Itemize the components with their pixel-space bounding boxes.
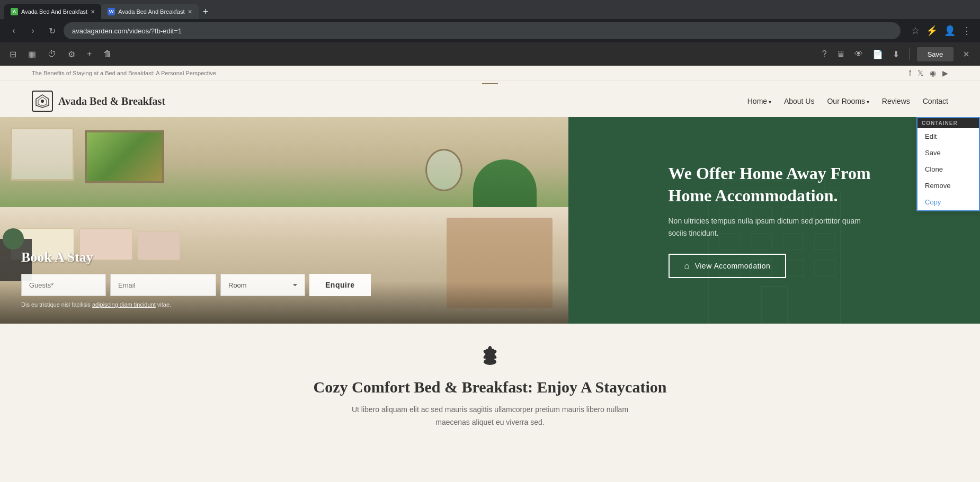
hero-left: Book A Stay Room Enquire Dis eu tristiqu… [0,117,568,324]
logo[interactable]: Avada Bed & Breakfast [32,91,165,112]
youtube-icon[interactable]: ▶ [942,69,948,77]
forward-button[interactable]: › [25,23,40,38]
facebook-icon[interactable]: f [909,69,911,77]
new-tab-button[interactable]: + [199,4,213,20]
bottom-desc-line1: Ut libero aliquam elit ac sed mauris sag… [331,404,649,429]
svg-point-2 [41,100,44,103]
view-accommodation-button[interactable]: ⌂ View Accommodation [669,254,787,278]
nav-rooms[interactable]: Our Rooms [827,97,869,105]
container-popup: CONTAINER Edit Save Clone Remove Copy [916,117,980,211]
form-note-link[interactable]: adipiscing diam tincidunt [92,301,156,308]
form-row: Room Enquire [21,274,371,296]
view-btn-icon: ⌂ [684,261,690,271]
hero-title: We Offer Home Away From Home Accommodati… [669,163,880,207]
website-content: The Benefits of Staying at a Bed and Bre… [0,66,980,482]
bottom-desc-text2: maecenas aliquet eu viverra sed. [435,418,544,426]
bottom-section: Cozy Comfort Bed & Breakfast: Enjoy A St… [0,324,980,440]
toolbar-row: ⊟ ▦ ⏱ ⚙ + 🗑 ? 🖥 👁 📄 ⬇ Save × [0,42,980,66]
tab-favicon-1: A [11,8,18,15]
tab-title-1: Avada Bed And Breakfast [21,8,87,15]
banner-text: The Benefits of Staying at a Bed and Bre… [32,70,216,76]
trash-icon[interactable]: 🗑 [100,47,115,61]
nav-reviews[interactable]: Reviews [882,97,910,105]
back-button[interactable]: ‹ [6,23,21,38]
popup-save[interactable]: Save [917,145,979,161]
tab-bar: A Avada Bed And Breakfast × W Avada Bed … [0,0,980,19]
eye-icon[interactable]: 👁 [852,47,865,61]
site-header: Avada Bed & Breakfast Home About Us Our … [0,85,980,117]
instagram-icon[interactable]: ◉ [930,69,936,77]
nav-contact[interactable]: Contact [923,97,948,105]
timer-icon[interactable]: ⏱ [44,47,59,61]
menu-icon[interactable]: ⋮ [960,23,974,39]
save-button[interactable]: Save [917,47,954,61]
view-btn-label: View Accommodation [695,262,771,270]
popup-header: CONTAINER [917,118,979,128]
form-note-pre: Dis eu tristique nisl facilisis [21,301,92,308]
tab-title-2: Avada Bed And Breakfast [118,8,184,15]
layout-icon[interactable]: ▦ [25,47,39,61]
download-icon[interactable]: ⬇ [890,47,902,61]
desktop-icon[interactable]: 🖥 [834,47,847,61]
bookmark-icon[interactable]: ☆ [909,23,922,39]
extension-icon[interactable]: ⚡ [924,23,940,39]
social-icons: f 𝕏 ◉ ▶ [909,69,948,77]
guests-input[interactable] [21,274,106,296]
room-select[interactable]: Room [220,274,305,296]
tab-close-1[interactable]: × [91,7,95,16]
lotus-icon [11,345,969,371]
nav-home[interactable]: Home [747,97,771,105]
close-button[interactable]: × [959,46,974,63]
tab-1[interactable]: A Avada Bed And Breakfast × [4,4,101,19]
settings-icon[interactable]: ⚙ [65,47,78,61]
file-icon[interactable]: 📄 [870,47,885,61]
main-nav: Home About Us Our Rooms Reviews Contact [747,97,948,105]
browser-chrome: A Avada Bed And Breakfast × W Avada Bed … [0,0,980,66]
popup-clone[interactable]: Clone [917,161,979,177]
reload-button[interactable]: ↻ [44,23,59,38]
tab-favicon-2: W [108,8,115,15]
tab-close-2[interactable]: × [188,7,192,16]
book-title: Book A Stay [21,249,371,265]
chrome-icons: ☆ ⚡ 👤 ⋮ [909,23,974,39]
address-input[interactable] [64,22,901,39]
logo-icon [32,91,53,112]
nav-about[interactable]: About Us [784,97,815,105]
form-note: Dis eu tristique nisl facilisis adipisci… [21,301,371,308]
logo-text: Avada Bed & Breakfast [58,95,165,108]
top-banner: The Benefits of Staying at a Bed and Bre… [0,66,980,81]
help-icon[interactable]: ? [820,47,829,61]
add-icon[interactable]: + [84,47,95,61]
enquire-button[interactable]: Enquire [309,274,371,296]
sidebar-icon[interactable]: ⊟ [6,47,20,61]
tab-2[interactable]: W Avada Bed And Breakfast × [101,4,198,19]
hero-section: Book A Stay Room Enquire Dis eu tristiqu… [0,117,980,324]
popup-edit[interactable]: Edit [917,128,979,145]
hero-right: We Offer Home Away From Home Accommodati… [568,117,980,324]
bottom-title: Cozy Comfort Bed & Breakfast: Enjoy A St… [11,378,969,396]
email-input[interactable] [110,274,216,296]
hero-right-content: We Offer Home Away From Home Accommodati… [647,141,902,299]
form-note-post: vitae. [156,301,171,308]
popup-remove[interactable]: Remove [917,177,979,194]
hero-desc: Non ultricies tempus nulla ipsum dictum … [669,215,880,239]
popup-copy[interactable]: Copy [917,194,979,210]
twitter-icon[interactable]: 𝕏 [917,69,923,77]
book-form: Book A Stay Room Enquire Dis eu tristiqu… [21,249,371,308]
profile-icon[interactable]: 👤 [942,23,958,39]
bottom-desc-text1: Ut libero aliquam elit ac sed mauris sag… [352,405,628,414]
address-bar-row: ‹ › ↻ ☆ ⚡ 👤 ⋮ [0,19,980,42]
